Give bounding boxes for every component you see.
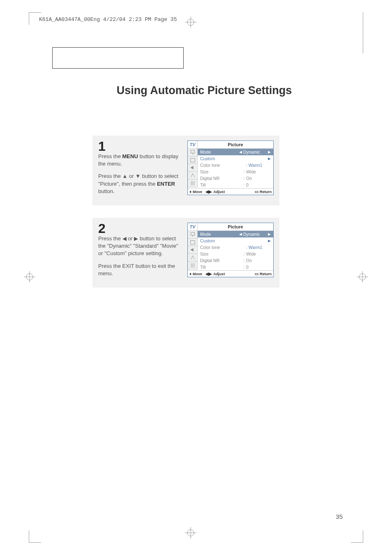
osd-sidebar-setup-icon — [188, 180, 197, 187]
osd-row-size: Size : Wide — [198, 168, 273, 175]
osd-row-label: Digital NR — [200, 176, 242, 181]
return-icon: ▭ — [255, 272, 258, 276]
registration-mark-icon — [24, 271, 35, 283]
osd-row-tilt: Tilt : 0 — [198, 264, 273, 270]
step-paragraph: Press the EXIT button to exit the menu. — [98, 263, 180, 277]
osd-row-colortone: Color tone : Warm1 — [198, 162, 273, 168]
updown-icon: ♦ — [189, 272, 191, 276]
osd-row-label: Custom — [200, 156, 268, 161]
osd-sidebar-input-icon — [188, 231, 197, 239]
registration-mark-icon — [185, 527, 196, 539]
step-text: Press the MENU button to display the men… — [98, 153, 180, 195]
osd-row-colon: : — [242, 169, 246, 174]
footer-adjust: Adjust — [213, 190, 225, 194]
osd-row-custom: Custom ▶ — [198, 237, 273, 244]
osd-row-label: Tilt — [200, 265, 242, 269]
updown-icon: ♦ — [189, 189, 191, 194]
arrow-right-icon: ▶ — [268, 150, 271, 154]
osd-row-value: Dynamic — [243, 232, 268, 237]
print-header: K61A_AA03447A_00Eng 4/22/04 2:23 PM Page… — [39, 16, 177, 23]
step-paragraph: Press the ◀ or ▶ button to select the "D… — [98, 235, 180, 258]
osd-sidebar-setup-icon — [188, 262, 197, 269]
osd-footer: ♦Move ◀▶Adjust ▭Return — [188, 188, 273, 195]
osd-title: Picture — [198, 223, 273, 231]
osd-row-custom: Custom ▶ — [198, 155, 273, 162]
osd-row-value: On — [246, 176, 271, 181]
arrow-right-icon: ▶ — [268, 239, 271, 243]
osd-sidebar-sound-icon — [188, 246, 197, 254]
osd-row-label: Mode — [200, 232, 239, 237]
step-block-1: 1 Press the MENU button to display the m… — [92, 136, 279, 205]
osd-row-colon: : — [242, 258, 246, 263]
osd-row-mode: Mode ◀ Dynamic ▶ — [198, 231, 273, 237]
osd-row-label: Size — [200, 169, 242, 174]
osd-row-colon: : — [242, 182, 246, 187]
arrow-left-icon: ◀ — [239, 150, 242, 154]
osd-sidebar-channel-icon — [188, 254, 197, 262]
osd-row-value: : Warm1 — [246, 245, 271, 250]
svg-rect-18 — [191, 232, 194, 235]
footer-adjust: Adjust — [213, 272, 225, 276]
osd-sidebar-input-icon — [188, 149, 197, 157]
osd-sidebar-sound-icon — [188, 164, 197, 172]
osd-row-value: 0 — [246, 265, 271, 269]
osd-sidebar-channel-icon — [188, 172, 197, 180]
osd-row-colon: : — [242, 265, 246, 269]
step-paragraph: Press the ▲ or ▼ button to select "Pictu… — [98, 173, 180, 195]
arrow-right-icon: ▶ — [268, 232, 271, 236]
osd-row-digitalnr: Digital NR : On — [198, 175, 273, 182]
step-text: Press the ◀ or ▶ button to select the "D… — [98, 235, 180, 277]
crop-mark — [363, 12, 363, 53]
osd-row-label: Color tone — [200, 245, 246, 250]
osd-row-tilt: Tilt : 0 — [198, 182, 273, 188]
crop-mark — [351, 530, 363, 543]
osd-row-label: Color tone — [200, 163, 246, 168]
osd-row-value: Wide — [246, 169, 271, 174]
osd-title: Picture — [198, 141, 273, 149]
return-icon: ▭ — [255, 189, 258, 194]
osd-body: Mode ◀ Dynamic ▶ Custom ▶ Color tone : W… — [198, 149, 273, 188]
registration-mark-icon — [357, 271, 368, 283]
osd-row-value: On — [246, 258, 271, 263]
osd-sidebar: TV — [188, 223, 198, 269]
svg-rect-14 — [190, 158, 195, 162]
step-block-2: 2 Press the ◀ or ▶ button to select the … — [92, 218, 279, 288]
osd-row-label: Custom — [200, 238, 268, 243]
registration-mark-icon — [185, 16, 196, 28]
crop-mark — [29, 530, 41, 543]
osd-row-value: : Warm1 — [246, 163, 271, 168]
footer-return: Return — [260, 272, 272, 276]
osd-row-colortone: Color tone : Warm1 — [198, 244, 273, 251]
osd-sidebar-picture-icon — [188, 239, 197, 246]
leftright-icon: ◀▶ — [205, 189, 212, 194]
osd-row-label: Tilt — [200, 182, 242, 187]
svg-rect-20 — [190, 240, 195, 244]
osd-row-value: Wide — [246, 251, 271, 256]
osd-footer: ♦Move ◀▶Adjust ▭Return — [188, 270, 273, 277]
osd-row-label: Mode — [200, 150, 239, 154]
osd-sidebar-picture-icon — [188, 157, 197, 164]
page-number: 35 — [336, 513, 343, 520]
osd-row-digitalnr: Digital NR : On — [198, 257, 273, 264]
arrow-left-icon: ◀ — [239, 232, 242, 236]
footer-move: Move — [193, 190, 202, 194]
arrow-right-icon: ▶ — [268, 157, 271, 161]
osd-row-colon: : — [242, 251, 246, 256]
leftright-icon: ◀▶ — [205, 272, 212, 276]
osd-sidebar-tv-icon: TV — [188, 223, 197, 231]
footer-return: Return — [260, 190, 272, 194]
osd-row-value: Dynamic — [243, 150, 268, 154]
osd-sidebar: TV — [188, 141, 198, 187]
osd-row-label: Digital NR — [200, 258, 242, 263]
osd-row-label: Size — [200, 251, 242, 256]
osd-row-size: Size : Wide — [198, 251, 273, 257]
step-paragraph: Press the MENU button to display the men… — [98, 153, 180, 168]
osd-row-value: 0 — [246, 182, 271, 187]
footer-move: Move — [193, 272, 202, 276]
osd-body: Mode ◀ Dynamic ▶ Custom ▶ Color tone : W… — [198, 231, 273, 270]
osd-menu: TV Picture Mode ◀ Dynamic ▶ Custom ▶ Col… — [187, 223, 274, 277]
svg-rect-12 — [191, 150, 194, 153]
section-title-box — [52, 47, 184, 69]
osd-menu: TV Picture Mode ◀ Dynamic ▶ Custom ▶ Col… — [187, 140, 274, 195]
osd-row-colon: : — [242, 176, 246, 181]
